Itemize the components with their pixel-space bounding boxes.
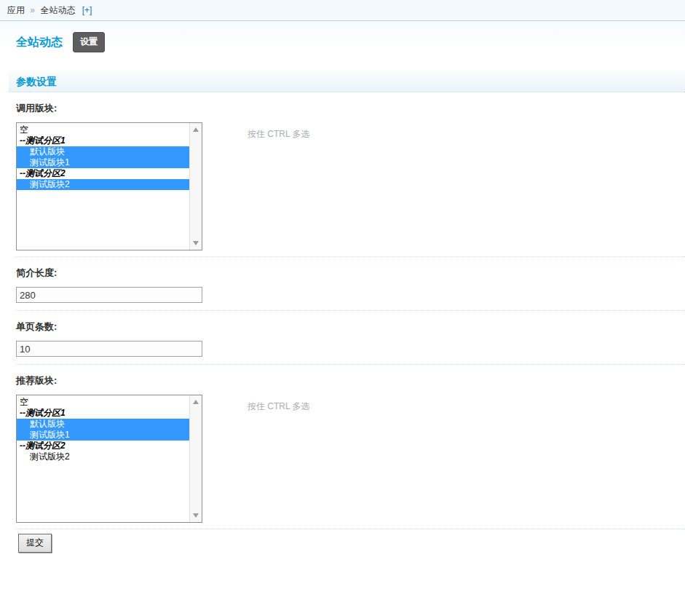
per-page-label: 单页条数: xyxy=(16,320,685,333)
listbox-option[interactable]: 测试版块2 xyxy=(17,179,189,190)
section-title: 参数设置 xyxy=(16,76,57,87)
listbox-option[interactable]: 测试版块1 xyxy=(17,157,189,168)
listbox-group-option[interactable]: --测试分区1 xyxy=(17,135,189,146)
multiselect-hint: 按住 CTRL 多选 xyxy=(248,400,310,413)
breadcrumb: 应用 » 全站动态 [+] xyxy=(0,0,685,21)
submit-row: 提交 xyxy=(18,529,685,553)
summary-length-label: 简介长度: xyxy=(16,266,685,280)
listbox-option[interactable]: 默认版块 xyxy=(17,419,189,430)
listbox-option[interactable]: 测试版块1 xyxy=(17,430,189,441)
form-row-recommend-forums: 推荐版块: 空--测试分区1默认版块测试版块1--测试分区2测试版块2 按住 C… xyxy=(16,365,685,529)
listbox-option[interactable]: 空 xyxy=(17,397,189,408)
scroll-down-icon[interactable] xyxy=(193,513,199,518)
listbox-group-option[interactable]: --测试分区2 xyxy=(17,441,189,451)
listbox-scrollbar[interactable] xyxy=(189,395,202,522)
scroll-up-icon[interactable] xyxy=(193,400,199,404)
form-row-call-forums: 调用版块: 空--测试分区1默认版块测试版块1--测试分区2测试版块2 按住 C… xyxy=(16,92,685,257)
form-row-per-page: 单页条数: xyxy=(16,311,685,365)
call-forums-label: 调用版块: xyxy=(16,102,685,115)
listbox-group-option[interactable]: --测试分区1 xyxy=(17,408,189,419)
scroll-up-icon[interactable] xyxy=(193,127,199,132)
listbox-option[interactable]: 测试版块2 xyxy=(17,451,189,462)
settings-panel: 参数设置 调用版块: 空--测试分区1默认版块测试版块1--测试分区2测试版块2… xyxy=(9,71,685,553)
settings-button[interactable]: 设置 xyxy=(73,32,105,52)
per-page-input[interactable] xyxy=(16,341,202,357)
section-header: 参数设置 xyxy=(9,71,685,92)
listbox-option[interactable]: 默认版块 xyxy=(17,146,189,157)
form-row-summary-length: 简介长度: xyxy=(16,257,685,311)
listbox-option[interactable]: 空 xyxy=(17,125,189,135)
call-forums-listbox[interactable]: 空--测试分区1默认版块测试版块1--测试分区2测试版块2 xyxy=(16,122,202,250)
page-title: 全站动态 xyxy=(16,35,63,50)
multiselect-hint: 按住 CTRL 多选 xyxy=(248,128,310,141)
submit-button[interactable]: 提交 xyxy=(18,534,52,553)
breadcrumb-add-link[interactable]: [+] xyxy=(82,5,92,15)
scroll-down-icon[interactable] xyxy=(193,241,199,245)
breadcrumb-current: 全站动态 xyxy=(40,5,75,15)
title-bar: 全站动态 设置 xyxy=(0,21,685,62)
recommend-forums-label: 推荐版块: xyxy=(16,374,685,387)
listbox-group-option[interactable]: --测试分区2 xyxy=(17,168,189,179)
recommend-forums-listbox[interactable]: 空--测试分区1默认版块测试版块1--测试分区2测试版块2 xyxy=(16,395,202,523)
summary-length-input[interactable] xyxy=(16,287,202,303)
listbox-scrollbar[interactable] xyxy=(189,123,202,250)
breadcrumb-app-link[interactable]: 应用 xyxy=(7,5,25,15)
breadcrumb-separator: » xyxy=(30,5,35,15)
